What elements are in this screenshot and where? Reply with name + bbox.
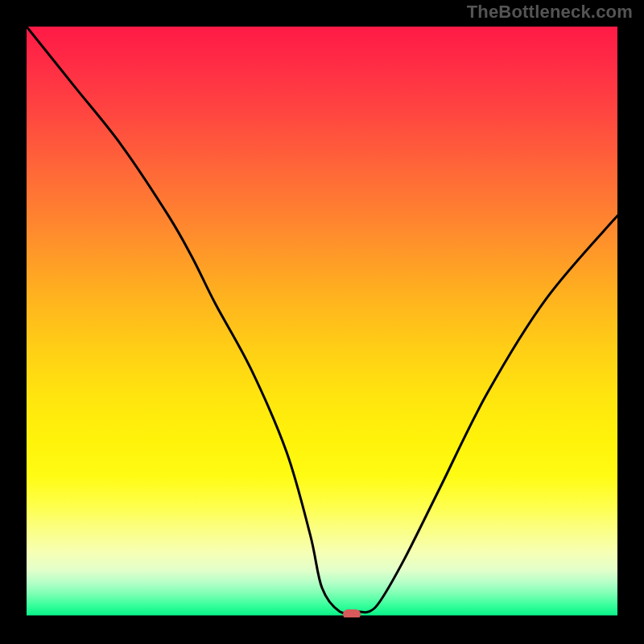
bottleneck-curve (27, 27, 617, 613)
curve-svg (27, 27, 617, 617)
optimal-marker (343, 609, 361, 617)
chart-frame: TheBottleneck.com (0, 0, 644, 644)
plot-area (27, 27, 617, 617)
watermark-text: TheBottleneck.com (467, 2, 633, 23)
